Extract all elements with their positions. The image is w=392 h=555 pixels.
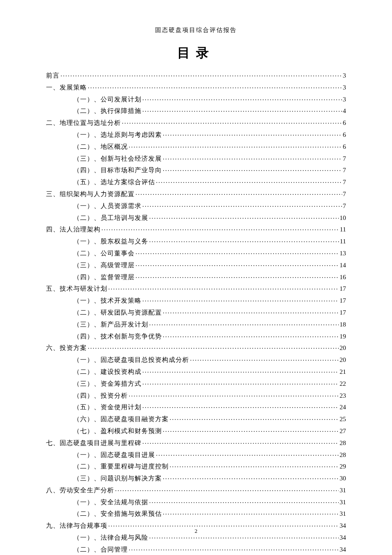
toc-leader-dots (149, 498, 339, 504)
toc-entry[interactable]: （二）、合同管理34 (46, 545, 346, 553)
toc-entry-page: 21 (340, 369, 346, 375)
toc-entry[interactable]: 三、组织架构与人力资源配置7 (46, 190, 346, 197)
toc-entry-page: 7 (343, 191, 346, 197)
toc-entry-label: （一）、选址原则与考虑因素 (73, 132, 162, 138)
toc-entry-label: （五）、资金使用计划 (73, 404, 141, 410)
toc-entry[interactable]: （二）、地区概况6 (46, 142, 346, 150)
toc-entry-page: 16 (340, 274, 346, 280)
toc-entry-label: （二）、地区概况 (73, 144, 128, 150)
toc-entry[interactable]: （二）、重要里程碑与进度控制29 (46, 462, 346, 470)
toc-leader-dots (135, 249, 339, 255)
toc-entry-label: 前言 (46, 72, 60, 79)
toc-entry[interactable]: （五）、资金使用计划24 (46, 403, 346, 410)
toc-entry[interactable]: （四）、监督管理层16 (46, 273, 346, 280)
toc-entry[interactable]: 四、法人治理架构11 (46, 225, 346, 233)
toc-entry[interactable]: （四）、投资分析23 (46, 391, 346, 399)
toc-leader-dots (163, 474, 339, 480)
toc-entry-page: 7 (343, 203, 346, 209)
toc-entry-label: （三）、创新与社会经济发展 (73, 156, 162, 162)
toc-entry-label: 七、固态硬盘项目进展与里程碑 (46, 440, 141, 446)
toc-entry-page: 6 (343, 144, 346, 150)
toc-entry[interactable]: （三）、创新与社会经济发展7 (46, 154, 346, 162)
toc-entry-page: 31 (340, 499, 346, 506)
toc-entry[interactable]: （二）、公司董事会13 (46, 249, 346, 257)
toc-leader-dots (163, 130, 342, 137)
toc-leader-dots (129, 545, 339, 552)
toc-entry[interactable]: （一）、股东权益与义务11 (46, 237, 346, 245)
toc-leader-dots (135, 190, 342, 196)
toc-entry[interactable]: （六）、固态硬盘项目融资方案25 (46, 415, 346, 422)
toc-leader-dots (115, 486, 339, 492)
toc-leader-dots (149, 237, 339, 243)
toc-entry[interactable]: （二）、执行保障措施4 (46, 107, 346, 114)
toc-entry[interactable]: （一）、固态硬盘项目总投资构成分析20 (46, 356, 346, 363)
toc-entry[interactable]: （五）、选址方案综合评估7 (46, 178, 346, 185)
toc-entry-label: （三）、问题识别与解决方案 (73, 475, 162, 482)
toc-entry-page: 34 (340, 546, 346, 553)
toc-entry-page: 7 (343, 156, 346, 162)
toc-entry-label: （一）、股东权益与义务 (73, 238, 148, 245)
toc-entry[interactable]: 前言3 (46, 71, 346, 79)
toc-entry[interactable]: （一）、固态硬盘项目进展28 (46, 451, 346, 458)
toc-leader-dots (163, 509, 339, 516)
toc-entry[interactable]: 一、发展策略3 (46, 83, 346, 91)
toc-entry-page: 24 (340, 404, 346, 410)
toc-entry-label: 一、发展策略 (46, 84, 87, 91)
toc-entry-label: （四）、技术创新与竞争优势 (73, 333, 162, 340)
toc-entry[interactable]: （一）、公司发展计划3 (46, 95, 346, 103)
toc-leader-dots (142, 367, 339, 374)
toc-entry-page: 31 (340, 511, 346, 517)
toc-entry-page: 23 (340, 393, 346, 399)
toc-entry-label: （七）、盈利模式和财务预测 (73, 428, 162, 434)
toc-entry-label: （二）、研发团队与资源配置 (73, 309, 162, 316)
toc-entry[interactable]: （一）、安全法规与依据31 (46, 498, 346, 506)
toc-entry-page: 27 (340, 428, 346, 434)
toc-entry[interactable]: （三）、高级管理层14 (46, 261, 346, 269)
toc-entry[interactable]: （一）、选址原则与考虑因素6 (46, 130, 346, 138)
toc-entry-page: 19 (340, 333, 346, 340)
toc-entry-label: 五、技术与研发计划 (46, 286, 107, 292)
toc-leader-dots (129, 142, 342, 149)
toc-entry[interactable]: （三）、新产品开发计划18 (46, 320, 346, 328)
toc-entry[interactable]: 六、投资方案20 (46, 344, 346, 351)
toc-entry-label: （一）、固态硬盘项目进展 (73, 452, 155, 458)
toc-leader-dots (142, 95, 342, 101)
toc-leader-dots (156, 178, 342, 184)
toc-leader-dots (149, 214, 339, 220)
toc-entry-label: （五）、选址方案综合评估 (73, 179, 155, 185)
page-title: 目录 (46, 44, 346, 62)
toc-entry[interactable]: （一）、技术开发策略17 (46, 296, 346, 304)
toc-leader-dots (142, 379, 339, 386)
toc-entry-page: 18 (340, 321, 346, 328)
toc-entry[interactable]: （二）、研发团队与资源配置17 (46, 308, 346, 316)
toc-entry-page: 14 (340, 262, 346, 269)
toc-entry[interactable]: （三）、问题识别与解决方案30 (46, 474, 346, 482)
toc-leader-dots (135, 261, 339, 267)
toc-entry[interactable]: 二、地理位置与选址分析6 (46, 119, 346, 126)
toc-entry[interactable]: （二）、安全措施与效果预估31 (46, 509, 346, 517)
toc-entry[interactable]: 七、固态硬盘项目进展与里程碑28 (46, 439, 346, 446)
toc-entry[interactable]: 八、劳动安全生产分析31 (46, 486, 346, 494)
toc-leader-dots (142, 296, 339, 303)
toc-leader-dots (170, 462, 339, 468)
toc-entry-label: （二）、执行保障措施 (73, 108, 141, 114)
toc-entry[interactable]: （二）、建设投资构成21 (46, 367, 346, 375)
toc-entry-page: 28 (340, 452, 346, 458)
toc-leader-dots (129, 391, 339, 398)
toc-leader-dots (149, 320, 339, 327)
toc-entry-page: 3 (343, 96, 346, 103)
toc-entry-page: 11 (340, 226, 346, 233)
toc-entry[interactable]: （三）、资金筹措方式22 (46, 379, 346, 387)
toc-entry[interactable]: （七）、盈利模式和财务预测27 (46, 427, 346, 434)
toc-leader-dots (163, 427, 339, 433)
toc-entry[interactable]: （四）、技术创新与竞争优势19 (46, 332, 346, 340)
toc-entry-label: （四）、目标市场和产业导向 (73, 167, 162, 173)
toc-entry[interactable]: （四）、目标市场和产业导向7 (46, 166, 346, 173)
toc-entry-page: 22 (340, 381, 346, 387)
toc-leader-dots (163, 154, 342, 161)
toc-entry[interactable]: 五、技术与研发计划17 (46, 284, 346, 292)
toc-entry[interactable]: （一）、人员资源需求7 (46, 202, 346, 209)
toc-entry-label: （三）、资金筹措方式 (73, 381, 141, 387)
toc-entry-page: 17 (340, 309, 346, 316)
toc-entry[interactable]: （二）、员工培训与发展10 (46, 214, 346, 221)
